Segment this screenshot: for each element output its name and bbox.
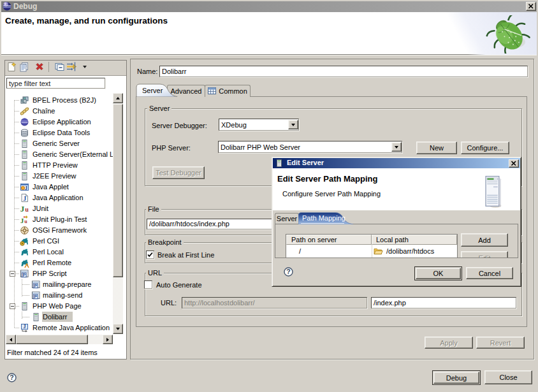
svg-text:?: ? — [286, 268, 290, 275]
svg-text:?: ? — [10, 374, 13, 381]
